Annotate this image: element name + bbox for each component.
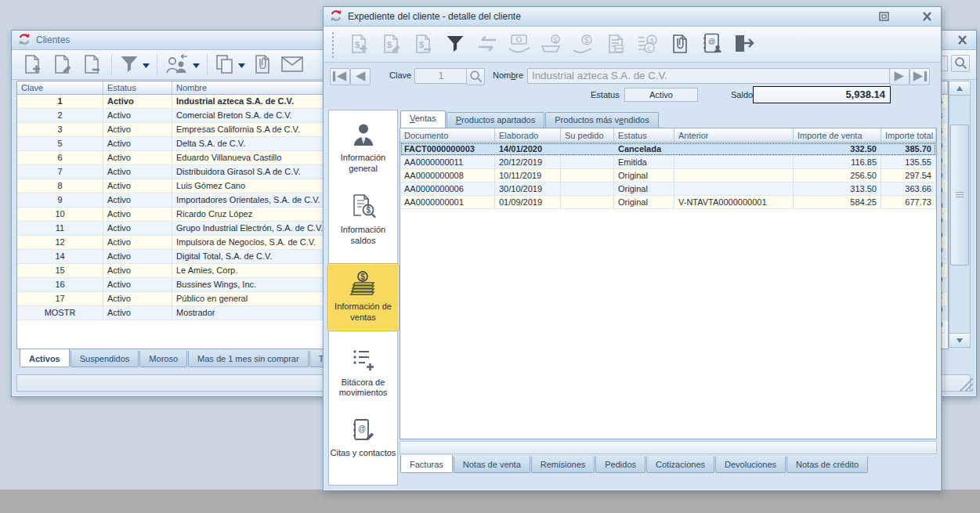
document-cell: Original bbox=[614, 169, 674, 182]
svg-text:$: $ bbox=[584, 35, 589, 44]
transfer-icon bbox=[476, 35, 498, 54]
toolbar-separator bbox=[207, 54, 208, 76]
document-cell bbox=[674, 169, 794, 182]
tab-notas-de-venta[interactable]: Notas de venta bbox=[454, 457, 530, 473]
column-header-importe-total[interactable]: Importe total bbox=[881, 128, 936, 142]
tab-productos-m-s-vendidos[interactable]: Productos más vendidos bbox=[545, 112, 658, 128]
attach-document-button[interactable] bbox=[667, 32, 693, 57]
document-row[interactable]: AA000000000101/09/2019OriginalV-NTAVTA00… bbox=[400, 196, 936, 209]
sidebar-item-contacts[interactable]: @Citas y contactos bbox=[330, 415, 397, 462]
first-record-icon bbox=[332, 70, 348, 84]
sidebar-item-label: Citas y contactos bbox=[331, 448, 396, 459]
detail-top-tabs: VentasProductos apartadosProductos más v… bbox=[400, 110, 660, 128]
copy-icon bbox=[215, 54, 235, 76]
column-header-clave[interactable]: Clave bbox=[17, 81, 103, 94]
nombre-label: Nombre bbox=[493, 70, 523, 80]
delete-client-button[interactable] bbox=[79, 52, 104, 78]
document-row[interactable]: FACT000000000314/01/2020Cancelada332.503… bbox=[400, 143, 936, 156]
document-row[interactable]: AA000000000810/11/2019Original256.50297.… bbox=[400, 169, 936, 182]
column-header-estatus[interactable]: Estatus bbox=[614, 128, 674, 142]
payment-button bbox=[507, 32, 532, 57]
clients-group-button[interactable] bbox=[165, 52, 200, 78]
new-client-button[interactable] bbox=[20, 52, 45, 78]
close-icon[interactable] bbox=[954, 34, 970, 46]
column-header-anterior[interactable]: Anterior bbox=[674, 128, 794, 142]
first-record-button[interactable] bbox=[330, 68, 350, 85]
sidebar-item-balance[interactable]: $Información saldos bbox=[330, 190, 397, 249]
tab-remisiones[interactable]: Remisiones bbox=[531, 457, 595, 473]
tab-pedidos[interactable]: Pedidos bbox=[595, 457, 645, 473]
scroll-thumb[interactable] bbox=[950, 125, 969, 266]
restore-icon[interactable] bbox=[876, 10, 891, 23]
document-cell: 584.25 bbox=[794, 196, 881, 209]
client-estatus: Activo bbox=[103, 137, 172, 151]
search-button[interactable] bbox=[951, 55, 970, 72]
log-icon bbox=[352, 348, 375, 374]
copy-dropdown-icon[interactable] bbox=[238, 60, 245, 70]
document-row[interactable]: AA000000001120/12/2019Emitida116.85135.5… bbox=[400, 156, 936, 169]
scroll-up-icon[interactable] bbox=[949, 81, 970, 96]
client-clave: 15 bbox=[17, 264, 103, 278]
tab-facturas[interactable]: Facturas bbox=[400, 455, 453, 473]
document-cell bbox=[674, 156, 794, 169]
toolbar-drag-handle[interactable] bbox=[331, 31, 335, 58]
sidebar-item-person[interactable]: Información general bbox=[330, 120, 397, 177]
document-cell: Emitida bbox=[614, 156, 674, 169]
exit-button[interactable] bbox=[732, 32, 757, 57]
sidebar-item-log[interactable]: Bitácora de movimientos bbox=[330, 345, 397, 402]
close-icon[interactable] bbox=[919, 10, 935, 23]
tab-moroso[interactable]: Moroso bbox=[139, 351, 187, 367]
mail-button[interactable] bbox=[280, 52, 305, 78]
clients-group-dropdown-icon[interactable] bbox=[193, 60, 200, 70]
client-estatus: Activo bbox=[103, 222, 172, 236]
last-record-button[interactable] bbox=[909, 68, 930, 85]
client-estatus: Activo bbox=[103, 151, 172, 165]
clave-field[interactable] bbox=[414, 68, 468, 84]
clave-label: Clave bbox=[389, 70, 411, 80]
filter-button[interactable] bbox=[119, 52, 150, 78]
tab-cotizaciones[interactable]: Cotizaciones bbox=[646, 457, 714, 473]
filter-icon bbox=[445, 34, 465, 54]
document-row[interactable]: AA000000000630/10/2019Original313.50363.… bbox=[400, 182, 936, 196]
tab-suspendidos[interactable]: Suspendidos bbox=[71, 351, 139, 367]
search-icon bbox=[469, 70, 483, 85]
tab-productos-apartados[interactable]: Productos apartados bbox=[447, 112, 545, 128]
client-clave: 6 bbox=[17, 151, 103, 165]
attach-button[interactable] bbox=[250, 52, 275, 78]
detail-titlebar[interactable]: Expediente del cliente - detalle del cli… bbox=[324, 7, 941, 27]
column-header-documento[interactable]: Documento bbox=[400, 128, 495, 142]
document-cell: 01/09/2019 bbox=[495, 196, 561, 209]
column-header-estatus[interactable]: Estatus bbox=[103, 81, 172, 94]
nombre-field[interactable] bbox=[527, 68, 891, 84]
tab-activos[interactable]: Activos bbox=[20, 349, 70, 367]
estatus-value: Activo bbox=[624, 88, 698, 102]
document-cell bbox=[674, 143, 794, 156]
column-header-elaborado[interactable]: Elaborado bbox=[495, 128, 561, 142]
address-book-button[interactable]: @ bbox=[700, 32, 725, 57]
clientes-window-title: Clientes bbox=[36, 34, 70, 45]
copy-button[interactable] bbox=[215, 52, 245, 78]
tab-notas-de-cr-dito[interactable]: Notas de crédito bbox=[787, 457, 868, 473]
client-clave: 2 bbox=[17, 109, 103, 123]
document-cell: AA0000000001 bbox=[400, 196, 495, 209]
client-estatus: Activo bbox=[103, 264, 172, 278]
column-header-su-pedido[interactable]: Su pedido bbox=[561, 128, 614, 142]
document-cell: 332.50 bbox=[794, 143, 881, 156]
next-record-button[interactable] bbox=[889, 68, 909, 85]
client-estatus: Activo bbox=[103, 250, 172, 264]
document-cell bbox=[674, 182, 794, 196]
edit-client-button[interactable] bbox=[49, 52, 74, 78]
lookup-button[interactable] bbox=[466, 68, 485, 85]
tab-ventas[interactable]: Ventas bbox=[400, 110, 446, 128]
payment-icon bbox=[508, 34, 531, 56]
sidebar-item-money[interactable]: $Información de ventas bbox=[327, 263, 400, 331]
filter-dropdown-icon[interactable] bbox=[143, 60, 150, 70]
tab-mas-de-1-mes-sin-comprar[interactable]: Mas de 1 mes sin comprar bbox=[188, 351, 309, 367]
clients-scrollbar[interactable] bbox=[949, 81, 971, 348]
tab-devoluciones[interactable]: Devoluciones bbox=[715, 457, 786, 473]
filter-button[interactable] bbox=[443, 32, 468, 57]
prev-record-button[interactable] bbox=[350, 68, 371, 85]
column-header-importe-venta[interactable]: Importe de venta bbox=[794, 128, 881, 142]
client-clave: 17 bbox=[17, 292, 103, 306]
scroll-down-icon[interactable] bbox=[949, 333, 970, 347]
